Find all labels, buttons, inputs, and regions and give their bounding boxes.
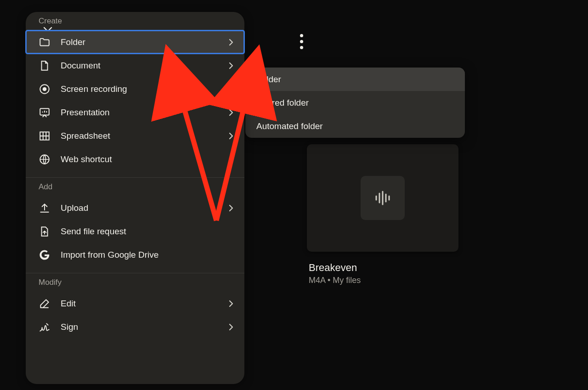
document-icon [39, 60, 51, 72]
menu-item-label: Spreadsheet [61, 131, 226, 141]
section-modify: Modify Edit Sign [26, 273, 244, 339]
menu-item-label: Screen recording [61, 84, 236, 94]
menu-item-send-file-request[interactable]: Send file request [26, 220, 244, 243]
menu-item-label: Edit [61, 299, 226, 309]
sign-icon [39, 321, 51, 333]
menu-item-label: Folder [61, 37, 226, 47]
file-card[interactable]: Breakeven M4A • My files [307, 144, 458, 285]
record-icon [39, 83, 51, 95]
upload-icon [39, 202, 51, 214]
menu-item-upload[interactable]: Upload [26, 196, 244, 220]
audio-icon [361, 176, 405, 220]
menu-item-presentation[interactable]: Presentation [26, 101, 244, 124]
chevron-right-icon [226, 107, 236, 118]
chevron-right-icon [226, 203, 236, 213]
presentation-icon [39, 107, 51, 119]
submenu-item-label: Folder [256, 74, 281, 85]
submenu-item-folder[interactable]: Folder [245, 68, 465, 91]
section-add: Add Upload Send file request Import from… [26, 178, 244, 266]
folder-icon [39, 36, 51, 48]
menu-item-sign[interactable]: Sign [26, 315, 244, 339]
spreadsheet-icon [39, 130, 51, 142]
menu-item-web-shortcut[interactable]: Web shortcut [26, 147, 244, 171]
menu-item-document[interactable]: Document [26, 54, 244, 77]
menu-item-label: Sign [61, 322, 226, 332]
more-button[interactable] [294, 32, 309, 51]
menu-item-spreadsheet[interactable]: Spreadsheet [26, 124, 244, 147]
menu-item-import-google-drive[interactable]: Import from Google Drive [26, 243, 244, 266]
submenu-item-label: Shared folder [256, 98, 309, 108]
menu-item-label: Web shortcut [61, 154, 236, 164]
chevron-right-icon [226, 37, 236, 47]
section-create: Create Folder Document Screen recording [26, 12, 244, 171]
chevron-right-icon [226, 299, 236, 309]
submenu-item-label: Automated folder [256, 121, 323, 131]
submenu-item-shared-folder[interactable]: Shared folder [245, 91, 465, 114]
section-label: Modify [26, 278, 244, 292]
menu-item-edit[interactable]: Edit [26, 292, 244, 315]
menu-item-label: Upload [61, 203, 226, 213]
menu-item-label: Presentation [61, 107, 226, 118]
menu-item-folder[interactable]: Folder [26, 30, 244, 54]
menu-item-label: Import from Google Drive [61, 250, 236, 260]
file-title: Breakeven [309, 262, 458, 274]
create-panel: Create Folder Document Screen recording [26, 12, 244, 384]
edit-icon [39, 298, 51, 310]
file-thumbnail [307, 144, 458, 252]
chevron-right-icon [226, 61, 236, 71]
file-request-icon [39, 226, 51, 237]
menu-item-screen-recording[interactable]: Screen recording [26, 77, 244, 101]
folder-submenu: Folder Shared folder Automated folder [245, 68, 465, 138]
globe-icon [39, 153, 51, 165]
chevron-right-icon [226, 131, 236, 141]
section-label: Create [26, 17, 244, 30]
submenu-item-automated-folder[interactable]: Automated folder [245, 114, 465, 138]
menu-item-label: Document [61, 61, 226, 71]
menu-item-label: Send file request [61, 226, 236, 237]
file-meta: M4A • My files [309, 276, 458, 285]
section-label: Add [26, 182, 244, 196]
google-icon [39, 249, 51, 261]
chevron-right-icon [226, 322, 236, 332]
svg-point-6 [43, 87, 47, 91]
